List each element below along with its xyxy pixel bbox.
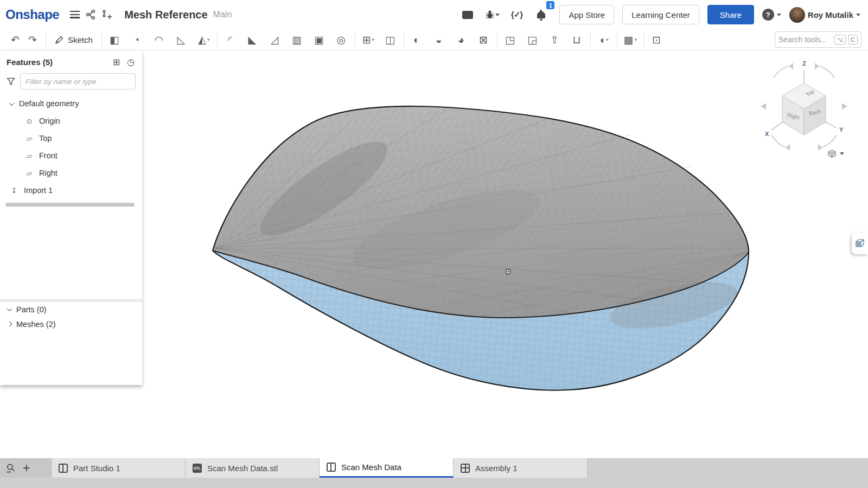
tool-button[interactable]: ◣ bbox=[244, 31, 261, 48]
app-store-button[interactable]: App Store bbox=[559, 5, 614, 24]
stl-badge-label: STL bbox=[194, 466, 201, 470]
feature-default-geometry[interactable]: Default geometry bbox=[0, 95, 142, 112]
tool-icon: ◐ bbox=[413, 35, 419, 45]
mesh-panel-flyout-button[interactable] bbox=[852, 233, 868, 254]
tool-icon: ⊠ bbox=[479, 35, 488, 45]
tool-button[interactable]: ◔ bbox=[129, 31, 146, 48]
notifications-button[interactable]: 1 bbox=[533, 7, 549, 23]
tool-icon: ⊞ bbox=[362, 35, 371, 45]
parts-section[interactable]: Parts (0) bbox=[0, 302, 142, 317]
graphics-viewport[interactable]: Top Right Back Z Y X bbox=[142, 50, 868, 458]
chevron-right-icon[interactable] bbox=[7, 322, 12, 327]
tool-button[interactable]: ◖▾ bbox=[595, 31, 612, 48]
tool-button[interactable]: ◐ bbox=[409, 31, 426, 48]
tool-button[interactable]: ▥ bbox=[289, 31, 306, 48]
datum-plane-icon: ⊙ bbox=[25, 118, 34, 125]
features-panel-title: Features (5) bbox=[7, 57, 53, 67]
tool-button[interactable]: ⊞▾ bbox=[360, 31, 377, 48]
document-tab[interactable]: STL Scan Mesh Data.stl bbox=[186, 458, 320, 478]
tool-icon: ◜ bbox=[228, 35, 232, 45]
versions-history-button[interactable] bbox=[83, 7, 99, 23]
help-menu-button[interactable]: ? bbox=[762, 9, 781, 21]
undo-icon: ↶ bbox=[11, 35, 20, 45]
tool-button[interactable]: ▩▾ bbox=[622, 31, 639, 48]
tree-label: Import 1 bbox=[24, 186, 53, 195]
report-bug-button[interactable] bbox=[484, 7, 500, 23]
tool-icon: ◒ bbox=[436, 35, 442, 45]
import-icon: ↧ bbox=[10, 187, 18, 194]
tool-button[interactable]: ◲ bbox=[524, 31, 541, 48]
filter-funnel-icon[interactable] bbox=[7, 78, 15, 86]
comments-button[interactable] bbox=[459, 7, 476, 23]
main-menu-button[interactable] bbox=[67, 7, 83, 23]
chevron-down-icon bbox=[856, 14, 860, 16]
datum-plane-icon: ▱ bbox=[25, 170, 34, 177]
redo-button[interactable]: ↷ bbox=[24, 31, 41, 48]
insert-plus-icon bbox=[101, 9, 113, 21]
tool-button[interactable]: ◕ bbox=[453, 31, 470, 48]
add-tab-button[interactable]: + bbox=[23, 462, 30, 474]
tool-button[interactable]: ⇧ bbox=[546, 31, 564, 48]
document-tab[interactable]: STL Scan Mesh Data bbox=[320, 458, 454, 478]
tool-button[interactable]: ◭▾ bbox=[195, 31, 213, 48]
chevron-down-icon[interactable] bbox=[7, 306, 12, 311]
tool-button[interactable]: ⊔ bbox=[569, 31, 586, 48]
tool-button[interactable]: ◠ bbox=[151, 31, 168, 48]
chevron-down-icon[interactable] bbox=[9, 100, 15, 106]
tool-icon: ▥ bbox=[292, 35, 302, 45]
feature-import-1[interactable]: ↧ Import 1 bbox=[0, 182, 142, 199]
feature-item[interactable]: ▱ Front bbox=[0, 147, 142, 164]
view-options-button[interactable] bbox=[827, 149, 844, 158]
tool-icon: ◭ bbox=[198, 35, 206, 45]
workspace-label: Main bbox=[213, 10, 232, 20]
tool-button[interactable]: ⊠ bbox=[475, 31, 493, 48]
feature-item[interactable]: ▱ Right bbox=[0, 164, 142, 182]
insert-new-element-button[interactable] bbox=[99, 7, 116, 23]
features-empty-area bbox=[0, 207, 142, 299]
tool-button[interactable]: ⊡ bbox=[648, 31, 666, 48]
meshes-section[interactable]: Meshes (2) bbox=[0, 317, 142, 331]
tab-manager-search-icon[interactable] bbox=[5, 463, 16, 473]
bell-icon bbox=[537, 11, 545, 18]
tool-icon: ◳ bbox=[505, 35, 515, 45]
tool-button[interactable]: ◒ bbox=[431, 31, 448, 48]
feature-item[interactable]: ▱ Top bbox=[0, 130, 142, 147]
tool-button[interactable]: ◎ bbox=[333, 31, 350, 48]
view-cube[interactable]: Top Right Back Z Y X bbox=[755, 55, 853, 158]
user-menu-button[interactable]: Roy Mutalik bbox=[789, 7, 860, 23]
sketch-button[interactable]: Sketch bbox=[50, 31, 97, 48]
tool-icon: ◖ bbox=[599, 35, 605, 45]
sketch-label: Sketch bbox=[68, 35, 93, 44]
learning-center-button[interactable]: Learning Center bbox=[622, 5, 699, 24]
document-tab[interactable]: STL Assembly 1 bbox=[454, 458, 588, 478]
tab-label: Scan Mesh Data bbox=[341, 463, 401, 472]
feature-filter-input[interactable] bbox=[20, 73, 136, 89]
tab-label: Assembly 1 bbox=[475, 464, 518, 473]
tool-button[interactable]: ◧ bbox=[106, 31, 124, 48]
bug-icon bbox=[484, 9, 495, 20]
horizontal-scrollbar[interactable] bbox=[5, 203, 135, 207]
search-tools-box[interactable]: ⌥C bbox=[775, 31, 861, 48]
notification-badge: 1 bbox=[546, 1, 554, 9]
insert-feature-icon[interactable]: ⊞ bbox=[113, 58, 120, 67]
chevron-down-icon bbox=[777, 14, 781, 16]
feature-tree: Default geometry ⊙ Origin ▱ Top ▱ Front … bbox=[0, 95, 142, 199]
tool-button[interactable]: ◜ bbox=[222, 31, 239, 48]
tool-button[interactable]: ◫ bbox=[382, 31, 399, 48]
search-tools-input[interactable] bbox=[778, 35, 826, 44]
tool-button[interactable]: ◿ bbox=[266, 31, 284, 48]
document-tab[interactable]: STL Part Studio 1 bbox=[52, 458, 186, 478]
tool-button[interactable]: ◺ bbox=[173, 31, 190, 48]
onshape-logo[interactable]: Onshape bbox=[5, 7, 59, 22]
share-button[interactable]: Share bbox=[707, 5, 754, 24]
tool-icon: ◧ bbox=[110, 35, 119, 45]
tool-button[interactable]: ▣ bbox=[311, 31, 328, 48]
history-clock-icon[interactable]: ◷ bbox=[127, 58, 135, 67]
tree-label: Right bbox=[39, 169, 58, 177]
featurescript-check-button[interactable]: {✓} bbox=[508, 7, 525, 23]
toolbar-divider bbox=[590, 33, 591, 47]
tool-icon: ▣ bbox=[314, 35, 324, 45]
feature-item[interactable]: ⊙ Origin bbox=[0, 112, 142, 130]
undo-button[interactable]: ↶ bbox=[7, 31, 24, 48]
tool-button[interactable]: ◳ bbox=[502, 31, 519, 48]
